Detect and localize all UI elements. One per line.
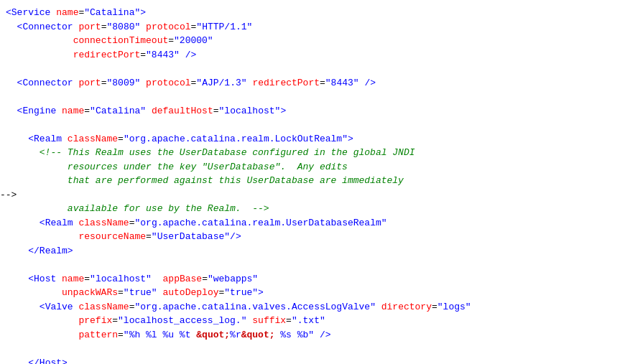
code-text [6, 118, 11, 132]
code-line-18 [0, 258, 625, 272]
code-text: <Engine name="Catalina" defaultHost="loc… [6, 104, 286, 118]
code-line-5 [0, 62, 625, 76]
code-text [6, 90, 11, 104]
code-line-20: unpackWARs="true" autoDeploy="true"> [0, 286, 625, 300]
code-text: resourceName="UserDatabase"/> [6, 230, 241, 244]
code-line-6: <Connector port="8009" protocol="AJP/1.3… [0, 76, 625, 90]
code-text: that are performed against this UserData… [6, 174, 404, 188]
code-text: <Realm className="org.apache.catalina.re… [6, 132, 353, 146]
code-line-8: <Engine name="Catalina" defaultHost="loc… [0, 104, 625, 118]
code-text: <!-- This Realm uses the UserDatabase co… [6, 146, 415, 160]
code-line-3: connectionTimeout="20000" [0, 34, 625, 48]
code-line-11: <!-- This Realm uses the UserDatabase co… [0, 146, 625, 160]
code-editor: <Service name="Catalina"> <Connector por… [0, 0, 625, 364]
code-line-23: pattern="%h %l %u %t &quot;%r&quot; %s %… [0, 328, 625, 342]
code-line-1: <Service name="Catalina"> [0, 6, 625, 20]
code-line-7 [0, 90, 625, 104]
code-text: connectionTimeout="20000" [6, 34, 213, 48]
code-text: available for use by the Realm. --> [6, 202, 269, 216]
code-text: <Valve className="org.apache.catalina.va… [6, 300, 471, 314]
code-text: <Service name="Catalina"> [6, 6, 146, 20]
code-line-21: <Valve className="org.apache.catalina.va… [0, 300, 625, 314]
code-text [6, 62, 11, 76]
code-text: unpackWARs="true" autoDeploy="true"> [6, 286, 264, 300]
code-text: prefix="localhost_access_log." suffix=".… [6, 314, 325, 328]
code-line-12: resources under the key "UserDatabase". … [0, 160, 625, 174]
code-line-14: available for use by the Realm. --> [0, 202, 625, 216]
code-line-2: <Connector port="8080" protocol="HTTP/1.… [0, 20, 625, 34]
code-line-25: </Host> [0, 356, 625, 365]
code-line-19: <Host name="localhost" appBase="webapps" [0, 272, 625, 286]
code-text: <Realm className="org.apache.catalina.re… [6, 216, 387, 230]
code-line-9 [0, 118, 625, 132]
code-line-10: <Realm className="org.apache.catalina.re… [0, 132, 625, 146]
code-text: <Connector port="8080" protocol="HTTP/1.… [6, 20, 252, 34]
code-line-17: </Realm> [0, 244, 625, 258]
code-text [6, 258, 11, 272]
code-text: </Realm> [6, 244, 73, 258]
code-line-16: resourceName="UserDatabase"/> [0, 230, 625, 244]
code-line-4: redirectPort="8443" /> [0, 48, 625, 62]
code-line-24 [0, 342, 625, 356]
code-line-22: prefix="localhost_access_log." suffix=".… [0, 314, 625, 328]
code-text: </Host> [6, 356, 68, 365]
code-text: resources under the key "UserDatabase". … [6, 160, 348, 174]
code-text: <Host name="localhost" appBase="webapps" [6, 272, 258, 286]
code-text: redirectPort="8443" /> [6, 48, 196, 62]
code-text [6, 342, 11, 356]
code-line-13: that are performed against this UserData… [0, 174, 625, 188]
code-line-15: <Realm className="org.apache.catalina.re… [0, 216, 625, 230]
code-text: pattern="%h %l %u %t &quot;%r&quot; %s %… [6, 328, 331, 342]
code-text: <Connector port="8009" protocol="AJP/1.3… [6, 76, 376, 90]
